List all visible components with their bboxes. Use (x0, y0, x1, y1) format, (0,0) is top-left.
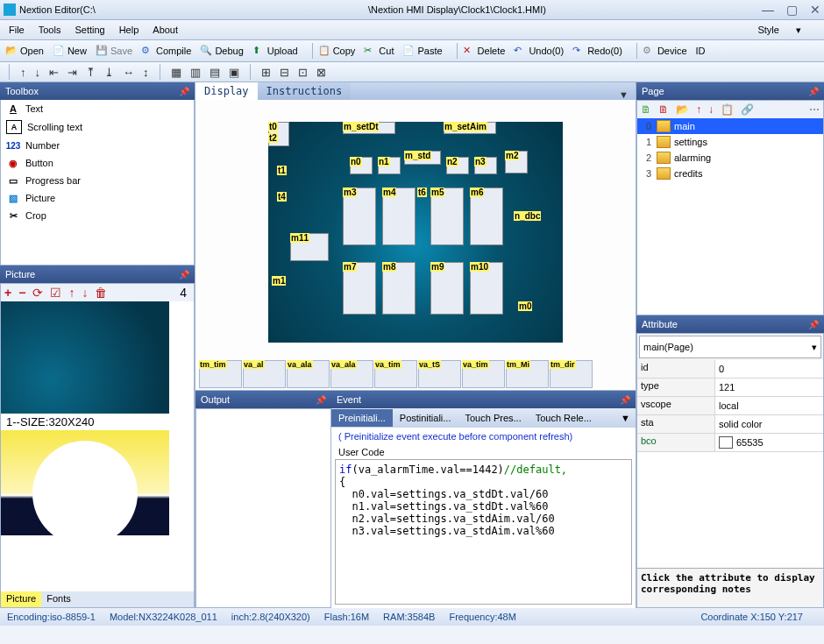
add-icon[interactable]: + (4, 286, 11, 300)
toolbox-item[interactable]: AText (1, 100, 194, 117)
design-canvas[interactable]: p0 t0t2 m_setDt m_setAim t1 n0 n1 m_std … (268, 122, 563, 343)
comp-msetdt[interactable]: m_setDt (343, 122, 379, 131)
toolbox-item[interactable]: AScrolling text (1, 117, 194, 137)
toolbox-item[interactable]: ▭Progress bar (1, 172, 194, 189)
arrow-up-icon[interactable]: ↑ (20, 66, 26, 79)
same-height-icon[interactable]: ↕ (143, 66, 149, 79)
toolbox-item[interactable]: ✂Crop (1, 207, 194, 224)
pin-icon[interactable]: 📌 (808, 320, 819, 329)
comp-m11[interactable]: m11 (290, 233, 309, 243)
pin-icon[interactable]: 📌 (179, 87, 189, 96)
delete-icon[interactable]: 🗑 (95, 286, 107, 300)
picture-tab-fonts[interactable]: Fonts (41, 591, 76, 607)
menu-style[interactable]: Style ▾ (757, 25, 801, 36)
dist-h2-icon[interactable]: ⊞ (261, 66, 271, 79)
menu-tools[interactable]: Tools (39, 25, 61, 35)
align-left-icon[interactable]: ⇤ (49, 66, 59, 79)
picture-tab-picture[interactable]: Picture (1, 591, 41, 607)
pin-icon[interactable]: 📌 (316, 395, 326, 405)
event-tab-postinit[interactable]: Postinitiali... (393, 409, 458, 427)
picture-thumb-1[interactable] (1, 301, 169, 414)
pin-icon[interactable]: 📌 (620, 395, 630, 405)
picture-list[interactable]: 1--SIZE:320X240 (1, 301, 194, 591)
edit-icon[interactable]: ☑ (50, 286, 61, 300)
page-copy-icon[interactable]: 📋 (721, 103, 734, 116)
timer-chip[interactable]: va_tS (418, 360, 461, 388)
comp-n2[interactable]: n2 (446, 157, 458, 166)
dist-v3-icon[interactable]: ⊠ (316, 66, 326, 79)
comp-m8[interactable]: m8 (382, 262, 396, 272)
upload-button[interactable]: ⬆Upload (252, 45, 298, 57)
comp-m10[interactable]: m10 (470, 262, 489, 272)
timer-chip[interactable]: tm_dir (550, 360, 593, 388)
page-add-icon[interactable]: 🗎 (641, 103, 651, 116)
menu-about[interactable]: About (153, 25, 178, 35)
compile-button[interactable]: ⚙Compile (141, 45, 191, 57)
comp-ndbc[interactable]: n_dbc (514, 211, 541, 221)
grid2-icon[interactable]: ▣ (229, 66, 239, 79)
page-down-icon[interactable]: ↓ (708, 103, 714, 116)
dist-h3-icon[interactable]: ⊡ (298, 66, 308, 79)
timer-chip[interactable]: tm_tim (199, 360, 242, 388)
menu-file[interactable]: File (9, 25, 25, 35)
event-code-editor[interactable]: if(va_alarmTime.val==1442)//default, { n… (335, 459, 632, 605)
picture-thumb-2[interactable] (1, 430, 169, 535)
id-button[interactable]: ID (696, 46, 706, 56)
event-tab-preinit[interactable]: Preinitiali... (331, 409, 393, 427)
comp-t2[interactable]: t2 (268, 133, 278, 143)
event-tab-touchpress[interactable]: Touch Pres... (458, 409, 529, 427)
grid-icon[interactable]: ▤ (210, 66, 220, 79)
timer-chip[interactable]: va_ala (330, 360, 373, 388)
maximize-button[interactable]: ▢ (786, 3, 798, 17)
page-item[interactable]: 2alarming (637, 150, 823, 166)
event-tabs-dropdown-icon[interactable]: ▼ (615, 413, 636, 423)
comp-m9[interactable]: m9 (430, 262, 444, 272)
timer-chip[interactable]: tm_Mi (506, 360, 549, 388)
comp-n3[interactable]: n3 (474, 157, 487, 166)
cut-button[interactable]: ✂Cut (364, 45, 394, 57)
copy-button[interactable]: 📋Copy (318, 45, 356, 57)
attribute-row[interactable]: stasolid color (637, 415, 823, 434)
comp-t4[interactable]: t4 (277, 192, 287, 202)
redo-button[interactable]: ↷Redo(0) (572, 45, 622, 57)
debug-button[interactable]: 🔍Debug (200, 45, 243, 57)
page-lock-icon[interactable]: 🔗 (741, 103, 754, 116)
toolbox-item[interactable]: 123Number (1, 137, 194, 154)
attribute-selector[interactable]: main(Page)▾ (639, 336, 821, 358)
refresh-icon[interactable]: ⟳ (32, 286, 43, 300)
undo-button[interactable]: ↶Undo(0) (514, 45, 564, 57)
page-remove-icon[interactable]: 🗎 (658, 103, 669, 116)
minimize-button[interactable]: — (762, 3, 774, 17)
page-item[interactable]: 0main (637, 118, 823, 134)
comp-m7[interactable]: m7 (343, 262, 357, 272)
save-button[interactable]: 💾Save (96, 45, 132, 57)
output-body[interactable] (195, 408, 331, 608)
comp-m3[interactable]: m3 (343, 188, 357, 197)
delete-button[interactable]: ✕Delete (463, 45, 506, 57)
attribute-row[interactable]: id0 (637, 360, 823, 379)
comp-mstd[interactable]: m_std (404, 151, 431, 160)
comp-t6[interactable]: t6 (417, 188, 427, 197)
dist-v2-icon[interactable]: ⊟ (280, 66, 289, 79)
attribute-row[interactable]: vscopelocal (637, 397, 823, 415)
remove-icon[interactable]: − (18, 286, 25, 300)
toolbox-item[interactable]: ◉Button (1, 154, 194, 172)
close-button[interactable]: ✕ (810, 3, 820, 17)
align-top-icon[interactable]: ⤒ (86, 66, 96, 79)
open-button[interactable]: 📂Open (5, 45, 44, 57)
timer-chip[interactable]: va_ala (287, 360, 330, 388)
page-up-icon[interactable]: ↑ (696, 103, 701, 116)
arrow-down-icon[interactable]: ↓ (35, 66, 41, 79)
comp-m4[interactable]: m4 (382, 188, 396, 197)
comp-t0[interactable]: t0 (268, 122, 278, 131)
timer-chip[interactable]: va_al (243, 360, 286, 388)
pin-icon[interactable]: 📌 (808, 87, 819, 96)
comp-m5[interactable]: m5 (430, 188, 444, 197)
tabs-dropdown-icon[interactable]: ▼ (612, 89, 636, 100)
comp-n1[interactable]: n1 (378, 157, 390, 166)
event-tab-touchrelease[interactable]: Touch Rele... (529, 409, 599, 427)
toolbox-item[interactable]: ▧Picture (1, 189, 194, 207)
down-icon[interactable]: ↓ (82, 286, 88, 300)
distribute-v-icon[interactable]: ▥ (190, 66, 201, 79)
page-item[interactable]: 1settings (637, 134, 823, 150)
